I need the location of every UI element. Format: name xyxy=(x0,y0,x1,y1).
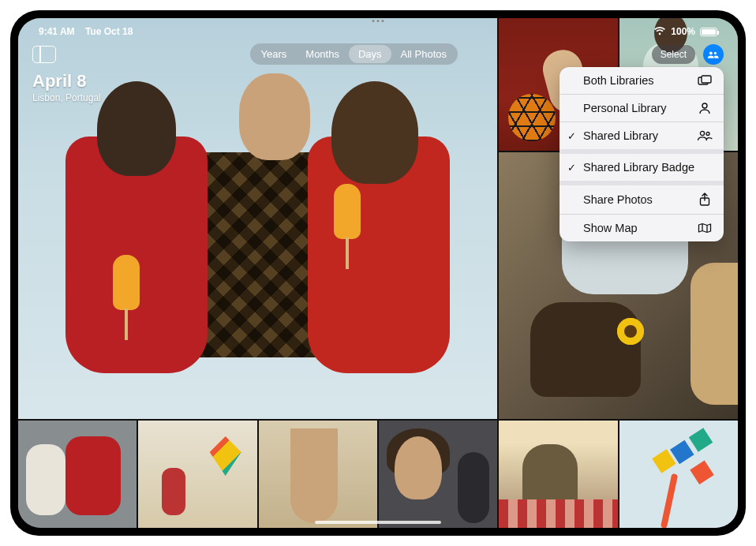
home-indicator[interactable] xyxy=(315,521,441,524)
status-date: Tue Oct 18 xyxy=(85,26,133,37)
menu-both-libraries[interactable]: Both Libraries xyxy=(560,67,724,94)
seg-days[interactable]: Days xyxy=(349,45,391,63)
seg-all-photos[interactable]: All Photos xyxy=(391,45,457,63)
multitask-dots[interactable] xyxy=(372,20,384,22)
seg-years[interactable]: Years xyxy=(252,45,297,63)
seg-months[interactable]: Months xyxy=(296,45,349,63)
status-right: 100% xyxy=(653,26,717,38)
menu-share-photos[interactable]: Share Photos xyxy=(560,185,724,214)
share-icon xyxy=(697,193,713,207)
battery-percent: 100% xyxy=(671,26,695,37)
menu-personal-library[interactable]: Personal Library xyxy=(560,95,724,122)
menu-item-label: Personal Library xyxy=(583,102,697,114)
sidebar-toggle-icon[interactable] xyxy=(32,46,56,63)
people-icon xyxy=(697,130,713,141)
photo-thumb[interactable] xyxy=(379,421,497,528)
more-button[interactable] xyxy=(703,44,724,65)
svg-point-0 xyxy=(709,51,713,54)
photo-thumb[interactable] xyxy=(18,421,137,528)
photo-thumb[interactable] xyxy=(259,421,377,528)
menu-item-label: Shared Library Badge xyxy=(583,161,713,174)
photo-thumb[interactable] xyxy=(138,421,256,528)
ellipsis-people-icon xyxy=(707,48,720,61)
menu-item-label: Shared Library xyxy=(583,129,697,142)
photo-thumb[interactable] xyxy=(499,421,617,528)
library-filter-menu: Both Libraries Personal Library ✓ Shared… xyxy=(560,67,724,241)
both-libraries-icon xyxy=(697,75,713,86)
select-button[interactable]: Select xyxy=(652,45,695,64)
ipad-frame: 9:41 AM Tue Oct 18 100% xyxy=(10,10,746,536)
checkmark-icon: ✓ xyxy=(567,162,576,174)
svg-point-5 xyxy=(700,131,704,135)
status-time: 9:41 AM xyxy=(39,26,75,37)
menu-show-map[interactable]: Show Map xyxy=(560,215,724,241)
svg-point-1 xyxy=(714,51,717,54)
right-controls: Select xyxy=(652,44,724,65)
photo-thumb[interactable] xyxy=(619,421,738,528)
menu-shared-library[interactable]: ✓ Shared Library xyxy=(560,122,724,149)
view-segmented-control: Years Months Days All Photos xyxy=(250,43,458,65)
battery-icon xyxy=(700,28,717,36)
map-icon xyxy=(697,223,713,234)
menu-item-label: Both Libraries xyxy=(583,74,697,87)
screen: 9:41 AM Tue Oct 18 100% xyxy=(18,18,738,528)
status-left: 9:41 AM Tue Oct 18 xyxy=(39,26,133,37)
svg-point-4 xyxy=(702,103,707,108)
wifi-icon xyxy=(653,26,666,38)
checkmark-icon: ✓ xyxy=(567,130,576,142)
menu-shared-library-badge[interactable]: ✓ Shared Library Badge xyxy=(560,154,724,181)
menu-item-label: Share Photos xyxy=(583,193,697,206)
svg-rect-3 xyxy=(702,76,711,83)
menu-item-label: Show Map xyxy=(583,222,697,234)
svg-point-6 xyxy=(706,133,709,136)
person-icon xyxy=(697,102,713,114)
